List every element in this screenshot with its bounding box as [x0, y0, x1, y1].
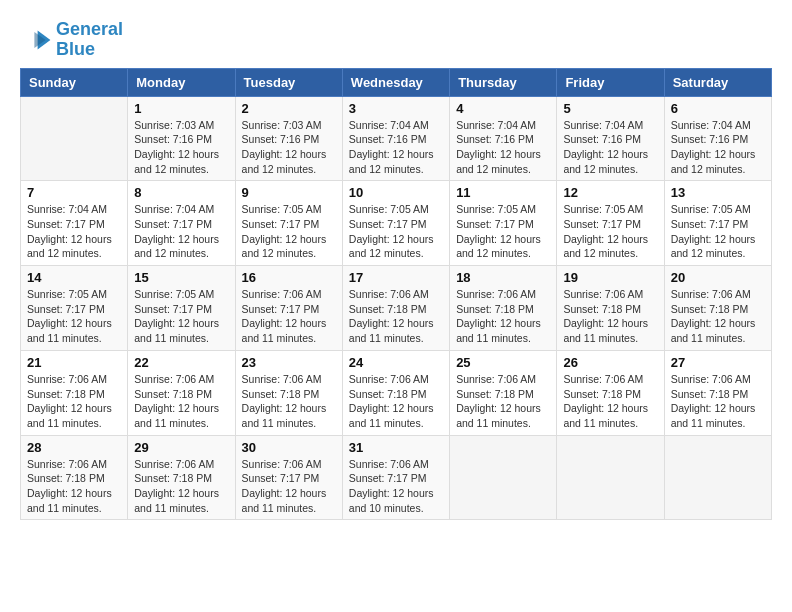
day-number: 18 [456, 270, 550, 285]
day-header-saturday: Saturday [664, 68, 771, 96]
day-number: 10 [349, 185, 443, 200]
day-number: 7 [27, 185, 121, 200]
day-number: 30 [242, 440, 336, 455]
day-number: 22 [134, 355, 228, 370]
day-number: 31 [349, 440, 443, 455]
day-info: Sunrise: 7:06 AM Sunset: 7:17 PM Dayligh… [242, 287, 336, 346]
day-number: 8 [134, 185, 228, 200]
calendar-body: 1Sunrise: 7:03 AM Sunset: 7:16 PM Daylig… [21, 96, 772, 520]
calendar-cell: 16Sunrise: 7:06 AM Sunset: 7:17 PM Dayli… [235, 266, 342, 351]
day-info: Sunrise: 7:06 AM Sunset: 7:18 PM Dayligh… [456, 372, 550, 431]
days-of-week-row: SundayMondayTuesdayWednesdayThursdayFrid… [21, 68, 772, 96]
calendar-cell: 13Sunrise: 7:05 AM Sunset: 7:17 PM Dayli… [664, 181, 771, 266]
day-number: 24 [349, 355, 443, 370]
calendar-cell: 14Sunrise: 7:05 AM Sunset: 7:17 PM Dayli… [21, 266, 128, 351]
day-info: Sunrise: 7:03 AM Sunset: 7:16 PM Dayligh… [134, 118, 228, 177]
day-info: Sunrise: 7:03 AM Sunset: 7:16 PM Dayligh… [242, 118, 336, 177]
day-info: Sunrise: 7:06 AM Sunset: 7:18 PM Dayligh… [563, 372, 657, 431]
day-info: Sunrise: 7:04 AM Sunset: 7:16 PM Dayligh… [456, 118, 550, 177]
day-info: Sunrise: 7:05 AM Sunset: 7:17 PM Dayligh… [349, 202, 443, 261]
calendar-cell: 27Sunrise: 7:06 AM Sunset: 7:18 PM Dayli… [664, 350, 771, 435]
calendar-cell: 25Sunrise: 7:06 AM Sunset: 7:18 PM Dayli… [450, 350, 557, 435]
week-row-3: 14Sunrise: 7:05 AM Sunset: 7:17 PM Dayli… [21, 266, 772, 351]
logo-text: General Blue [56, 20, 123, 60]
day-info: Sunrise: 7:06 AM Sunset: 7:18 PM Dayligh… [134, 457, 228, 516]
day-info: Sunrise: 7:06 AM Sunset: 7:18 PM Dayligh… [349, 287, 443, 346]
day-info: Sunrise: 7:04 AM Sunset: 7:17 PM Dayligh… [27, 202, 121, 261]
day-number: 9 [242, 185, 336, 200]
week-row-4: 21Sunrise: 7:06 AM Sunset: 7:18 PM Dayli… [21, 350, 772, 435]
day-number: 1 [134, 101, 228, 116]
week-row-2: 7Sunrise: 7:04 AM Sunset: 7:17 PM Daylig… [21, 181, 772, 266]
day-info: Sunrise: 7:05 AM Sunset: 7:17 PM Dayligh… [456, 202, 550, 261]
day-info: Sunrise: 7:06 AM Sunset: 7:18 PM Dayligh… [27, 457, 121, 516]
day-number: 2 [242, 101, 336, 116]
day-info: Sunrise: 7:06 AM Sunset: 7:18 PM Dayligh… [242, 372, 336, 431]
calendar-cell: 23Sunrise: 7:06 AM Sunset: 7:18 PM Dayli… [235, 350, 342, 435]
calendar-cell: 9Sunrise: 7:05 AM Sunset: 7:17 PM Daylig… [235, 181, 342, 266]
calendar-cell: 26Sunrise: 7:06 AM Sunset: 7:18 PM Dayli… [557, 350, 664, 435]
day-info: Sunrise: 7:05 AM Sunset: 7:17 PM Dayligh… [134, 287, 228, 346]
day-number: 11 [456, 185, 550, 200]
calendar-cell: 8Sunrise: 7:04 AM Sunset: 7:17 PM Daylig… [128, 181, 235, 266]
calendar-header: SundayMondayTuesdayWednesdayThursdayFrid… [21, 68, 772, 96]
calendar-cell: 18Sunrise: 7:06 AM Sunset: 7:18 PM Dayli… [450, 266, 557, 351]
day-number: 3 [349, 101, 443, 116]
calendar-cell: 28Sunrise: 7:06 AM Sunset: 7:18 PM Dayli… [21, 435, 128, 520]
calendar-cell: 10Sunrise: 7:05 AM Sunset: 7:17 PM Dayli… [342, 181, 449, 266]
day-info: Sunrise: 7:06 AM Sunset: 7:18 PM Dayligh… [563, 287, 657, 346]
calendar-cell: 11Sunrise: 7:05 AM Sunset: 7:17 PM Dayli… [450, 181, 557, 266]
day-header-sunday: Sunday [21, 68, 128, 96]
calendar-cell: 1Sunrise: 7:03 AM Sunset: 7:16 PM Daylig… [128, 96, 235, 181]
day-info: Sunrise: 7:06 AM Sunset: 7:18 PM Dayligh… [349, 372, 443, 431]
calendar-cell: 30Sunrise: 7:06 AM Sunset: 7:17 PM Dayli… [235, 435, 342, 520]
page-header: General Blue [20, 20, 772, 60]
day-info: Sunrise: 7:06 AM Sunset: 7:18 PM Dayligh… [27, 372, 121, 431]
day-number: 14 [27, 270, 121, 285]
day-number: 12 [563, 185, 657, 200]
day-number: 20 [671, 270, 765, 285]
day-info: Sunrise: 7:05 AM Sunset: 7:17 PM Dayligh… [27, 287, 121, 346]
day-header-monday: Monday [128, 68, 235, 96]
day-number: 21 [27, 355, 121, 370]
calendar-cell [450, 435, 557, 520]
calendar-cell: 24Sunrise: 7:06 AM Sunset: 7:18 PM Dayli… [342, 350, 449, 435]
day-info: Sunrise: 7:06 AM Sunset: 7:18 PM Dayligh… [134, 372, 228, 431]
day-number: 28 [27, 440, 121, 455]
calendar-cell: 5Sunrise: 7:04 AM Sunset: 7:16 PM Daylig… [557, 96, 664, 181]
calendar-cell: 29Sunrise: 7:06 AM Sunset: 7:18 PM Dayli… [128, 435, 235, 520]
day-number: 29 [134, 440, 228, 455]
day-info: Sunrise: 7:04 AM Sunset: 7:16 PM Dayligh… [563, 118, 657, 177]
calendar-cell: 12Sunrise: 7:05 AM Sunset: 7:17 PM Dayli… [557, 181, 664, 266]
calendar-cell: 7Sunrise: 7:04 AM Sunset: 7:17 PM Daylig… [21, 181, 128, 266]
day-header-wednesday: Wednesday [342, 68, 449, 96]
day-info: Sunrise: 7:05 AM Sunset: 7:17 PM Dayligh… [242, 202, 336, 261]
calendar-cell: 19Sunrise: 7:06 AM Sunset: 7:18 PM Dayli… [557, 266, 664, 351]
day-number: 25 [456, 355, 550, 370]
day-number: 16 [242, 270, 336, 285]
calendar-cell [21, 96, 128, 181]
calendar-cell: 3Sunrise: 7:04 AM Sunset: 7:16 PM Daylig… [342, 96, 449, 181]
day-info: Sunrise: 7:05 AM Sunset: 7:17 PM Dayligh… [671, 202, 765, 261]
calendar-cell: 22Sunrise: 7:06 AM Sunset: 7:18 PM Dayli… [128, 350, 235, 435]
calendar-cell: 20Sunrise: 7:06 AM Sunset: 7:18 PM Dayli… [664, 266, 771, 351]
day-number: 4 [456, 101, 550, 116]
day-info: Sunrise: 7:05 AM Sunset: 7:17 PM Dayligh… [563, 202, 657, 261]
day-header-thursday: Thursday [450, 68, 557, 96]
calendar-cell: 15Sunrise: 7:05 AM Sunset: 7:17 PM Dayli… [128, 266, 235, 351]
day-number: 17 [349, 270, 443, 285]
calendar-table: SundayMondayTuesdayWednesdayThursdayFrid… [20, 68, 772, 521]
calendar-cell: 21Sunrise: 7:06 AM Sunset: 7:18 PM Dayli… [21, 350, 128, 435]
calendar-cell [664, 435, 771, 520]
logo: General Blue [20, 20, 123, 60]
day-number: 13 [671, 185, 765, 200]
week-row-5: 28Sunrise: 7:06 AM Sunset: 7:18 PM Dayli… [21, 435, 772, 520]
day-number: 26 [563, 355, 657, 370]
calendar-cell: 2Sunrise: 7:03 AM Sunset: 7:16 PM Daylig… [235, 96, 342, 181]
calendar-cell: 4Sunrise: 7:04 AM Sunset: 7:16 PM Daylig… [450, 96, 557, 181]
week-row-1: 1Sunrise: 7:03 AM Sunset: 7:16 PM Daylig… [21, 96, 772, 181]
calendar-cell [557, 435, 664, 520]
calendar-cell: 31Sunrise: 7:06 AM Sunset: 7:17 PM Dayli… [342, 435, 449, 520]
day-info: Sunrise: 7:06 AM Sunset: 7:17 PM Dayligh… [349, 457, 443, 516]
calendar-cell: 17Sunrise: 7:06 AM Sunset: 7:18 PM Dayli… [342, 266, 449, 351]
